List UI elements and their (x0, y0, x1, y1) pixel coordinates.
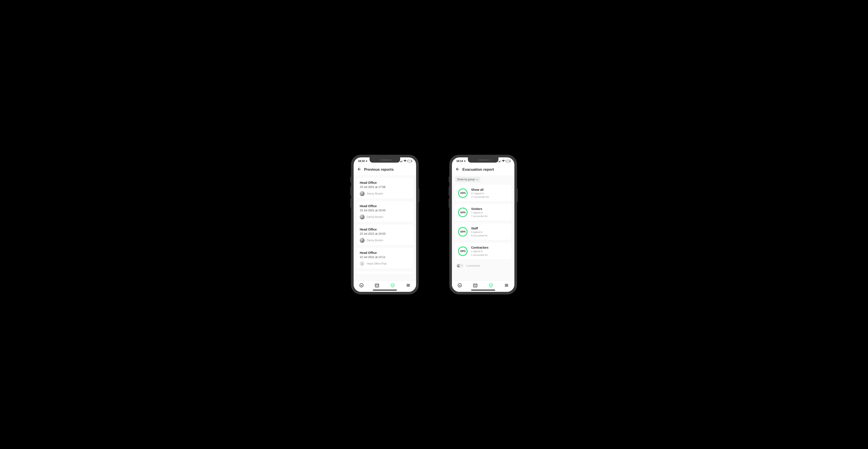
report-author: Head Office iPad (367, 262, 386, 265)
status-time: 18:10 (358, 160, 365, 163)
back-arrow-icon[interactable] (357, 167, 362, 172)
nav-shield-icon[interactable] (390, 283, 395, 289)
evacuation-content[interactable]: Show by group 100% Show all 17 signed in… (452, 175, 515, 281)
svg-point-0 (362, 263, 363, 264)
back-arrow-icon[interactable] (456, 167, 460, 172)
avatar-stack (456, 263, 464, 268)
group-card[interactable]: 100% Contractors 1 signed in 1 accounted… (455, 243, 511, 260)
avatar (360, 191, 365, 196)
participants-label: 2 participants (466, 264, 480, 267)
report-datetime: 22 Jul 2021 at 13:11 (360, 255, 410, 259)
wifi-icon (502, 160, 505, 163)
svg-point-5 (377, 286, 377, 286)
svg-point-20 (475, 286, 475, 287)
phone-mockup-previous-reports: 18:10 ➤ Previous reports Head Office 23 … (351, 155, 419, 294)
phone-mockup-evacuation-report: 18:14 ➤ Evacuation report Show by group … (449, 155, 517, 294)
notch (370, 157, 400, 163)
group-signed-in: 1 signed in (471, 250, 488, 253)
svg-point-4 (376, 286, 377, 286)
nav-calendar-icon[interactable] (473, 283, 478, 289)
status-time: 18:14 (456, 160, 463, 163)
avatar (459, 263, 464, 268)
progress-ring: 100% (458, 247, 468, 256)
svg-point-16 (474, 286, 475, 286)
report-author: Danny Buxton (367, 216, 383, 219)
progress-ring: 100% (458, 188, 468, 198)
svg-point-8 (377, 286, 377, 287)
home-indicator[interactable] (471, 290, 495, 291)
reports-list[interactable]: Head Office 23 Jul 2021 at 17:56 Danny B… (353, 175, 416, 281)
report-location: Head Office (360, 204, 410, 208)
report-card[interactable]: Head Office 22 Jul 2021 at 13:11 Head Of… (357, 248, 413, 269)
signal-icon (400, 160, 403, 162)
progress-ring: 100% (458, 227, 468, 236)
battery-icon (407, 160, 412, 162)
participants-row[interactable]: 2 participants (455, 260, 511, 268)
signal-icon (499, 160, 501, 162)
svg-point-1 (360, 284, 364, 287)
group-title: Visitors (471, 207, 488, 211)
chevron-down-icon (476, 178, 478, 181)
group-signed-in: 9 signed in (471, 230, 488, 233)
svg-point-13 (458, 284, 462, 287)
progress-ring: 100% (458, 207, 468, 217)
report-author: Danny Buxton (367, 239, 383, 242)
report-card[interactable]: Head Office 23 Jul 2021 at 17:56 Danny B… (357, 178, 413, 199)
group-signed-in: 7 signed in (471, 211, 488, 214)
wifi-icon (404, 160, 406, 163)
page-title: Evacuation report (462, 167, 494, 172)
report-datetime: 23 Jul 2021 at 15:03 (360, 232, 410, 235)
svg-point-19 (474, 286, 475, 287)
group-accounted: 9 accounted for (471, 234, 488, 237)
report-datetime: 23 Jul 2021 at 17:56 (360, 185, 410, 189)
nav-menu-icon[interactable] (504, 283, 509, 289)
group-signed-in: 17 signed in (471, 192, 489, 195)
location-arrow-icon: ➤ (464, 160, 466, 162)
page-header: Evacuation report (452, 165, 515, 175)
nav-clock-icon[interactable] (457, 283, 462, 289)
group-accounted: 17 accounted for (471, 195, 489, 198)
nav-menu-icon[interactable] (406, 283, 411, 289)
page-title: Previous reports (364, 167, 394, 172)
avatar (360, 215, 365, 219)
report-card[interactable]: Head Office 23 Jul 2021 at 15:03 Danny B… (357, 225, 413, 245)
notch (468, 157, 498, 163)
report-card[interactable]: Head Office 23 Jul 2021 at 15:03 Danny B… (357, 201, 413, 222)
avatar (360, 261, 365, 266)
nav-calendar-icon[interactable] (375, 283, 379, 289)
group-title: Staff (471, 227, 488, 230)
filter-label: Show by group (457, 178, 475, 181)
avatar (360, 238, 365, 243)
report-location: Head Office (360, 228, 410, 231)
group-card[interactable]: 100% Staff 9 signed in 9 accounted for (455, 224, 511, 240)
page-header: Previous reports (353, 165, 416, 175)
group-accounted: 1 accounted for (471, 253, 488, 256)
report-author: Danny Buxton (367, 192, 383, 195)
report-datetime: 23 Jul 2021 at 15:03 (360, 209, 410, 212)
svg-point-18 (476, 286, 476, 286)
report-card[interactable] (357, 271, 413, 274)
location-arrow-icon: ➤ (366, 160, 367, 162)
svg-point-17 (475, 286, 475, 286)
group-accounted: 7 accounted for (471, 215, 488, 218)
filter-dropdown[interactable]: Show by group (455, 177, 480, 182)
nav-shield-icon[interactable] (489, 283, 493, 289)
group-card[interactable]: 100% Visitors 7 signed in 7 accounted fo… (455, 204, 511, 221)
svg-point-6 (378, 286, 378, 286)
group-card[interactable]: 100% Show all 17 signed in 17 accounted … (455, 185, 511, 202)
battery-icon (506, 160, 510, 162)
svg-point-7 (376, 286, 377, 287)
home-indicator[interactable] (373, 290, 397, 291)
group-title: Contractors (471, 246, 488, 249)
svg-point-21 (476, 286, 476, 287)
nav-clock-icon[interactable] (359, 283, 364, 289)
report-location: Head Office (360, 251, 410, 255)
svg-point-9 (378, 286, 378, 287)
group-title: Show all (471, 188, 489, 191)
report-location: Head Office (360, 181, 410, 185)
